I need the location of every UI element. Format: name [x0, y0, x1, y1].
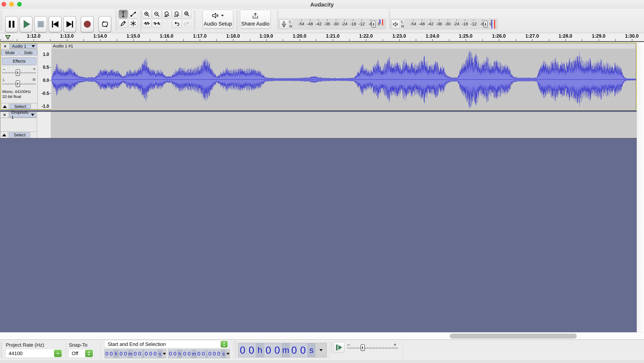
waveform-display[interactable] [51, 49, 636, 110]
time-unit[interactable]: s [157, 350, 163, 358]
setup-toolbar-grip[interactable] [194, 11, 196, 31]
time-digit[interactable]: 0 [138, 350, 142, 358]
audio-setup-button[interactable]: Audio Setup [202, 10, 233, 29]
silence-selection-button[interactable] [152, 19, 162, 28]
time-unit[interactable]: h [177, 350, 182, 358]
time-field[interactable]: 00h00m00.000s [168, 349, 230, 358]
trim-outside-selection-button[interactable] [142, 19, 152, 28]
time-digit[interactable]: 0 [264, 343, 273, 357]
time-digit[interactable]: 0 [238, 343, 247, 357]
time-unit[interactable]: h [256, 343, 264, 357]
pause-button[interactable] [5, 16, 18, 32]
select-chevrons-icon[interactable] [221, 341, 228, 348]
audio-track[interactable]: × Audio 1 Mute Solo Effects – + L R [0, 42, 637, 110]
recording-meter[interactable]: L R -54-48-42-36-30-24-18-12-60 [279, 19, 386, 29]
collapse-track-button[interactable] [0, 132, 8, 138]
gain-slider-handle[interactable] [16, 69, 20, 76]
label-track[interactable]: × Dropouts 1 Select [0, 112, 637, 138]
stop-button[interactable] [34, 16, 47, 32]
selection-start-field[interactable]: 00h00m00.000s [104, 349, 166, 358]
zoom-in-button[interactable] [142, 10, 152, 19]
time-digit[interactable]: 0 [119, 350, 123, 358]
time-digit[interactable]: 0 [153, 350, 157, 358]
time-unit[interactable]: m [128, 350, 133, 358]
selection-tool-button[interactable] [118, 10, 128, 19]
project-rate-combobox[interactable]: 44100 [6, 349, 63, 358]
time-field[interactable]: 00h00m00s [238, 343, 327, 358]
playback-meter[interactable]: L R -54-48-42-36-30-24-18-12-60 [391, 19, 498, 29]
track-control-panel[interactable]: × Audio 1 Mute Solo Effects – + L R [1, 43, 38, 109]
time-unit[interactable]: s [221, 350, 226, 358]
playback-meter-button[interactable] [392, 20, 400, 28]
redo-button[interactable] [182, 19, 192, 28]
select-track-button[interactable]: Select [9, 132, 30, 137]
record-meter-button[interactable] [280, 20, 288, 28]
time-unit[interactable]: s [308, 343, 316, 357]
share-toolbar-grip[interactable] [236, 11, 238, 31]
audio-position-field[interactable]: 00h00m00s [238, 343, 327, 358]
time-field-caret[interactable] [226, 350, 230, 358]
tools-toolbar-grip[interactable] [116, 11, 117, 31]
fit-project-button[interactable] [172, 10, 182, 19]
time-digit[interactable]: 0 [104, 350, 109, 358]
time-field[interactable]: 00h00m00.000s [104, 349, 166, 358]
tracks-area[interactable]: × Audio 1 Mute Solo Effects – + L R [0, 42, 644, 332]
time-digit[interactable]: 0 [273, 343, 282, 357]
vertical-scrollbar[interactable] [637, 42, 644, 332]
record-button[interactable] [81, 16, 94, 32]
edit-toolbar-grip[interactable] [140, 11, 142, 31]
time-digit[interactable]: 0 [109, 350, 114, 358]
time-digit[interactable]: 0 [247, 343, 256, 357]
snap-to-select[interactable]: Off [68, 349, 94, 358]
selection-mode-select[interactable]: Start and End of Selection [104, 340, 228, 348]
time-digit[interactable]: 0 [290, 343, 298, 357]
time-digit[interactable]: 0 [197, 350, 201, 358]
time-unit[interactable]: . [206, 350, 208, 358]
play-speed-slider[interactable] [347, 348, 398, 349]
time-digit[interactable]: 0 [144, 350, 148, 358]
time-digit[interactable]: 0 [216, 350, 221, 358]
record-meter-grip[interactable] [277, 10, 278, 29]
time-field-caret[interactable] [163, 350, 166, 358]
play-at-speed-grip[interactable] [331, 343, 332, 353]
select-chevrons-icon[interactable] [85, 350, 93, 357]
playback-meter-slider-handle[interactable] [484, 21, 488, 28]
track-name-menu[interactable]: Audio 1 [10, 44, 37, 49]
record-meter-slider-handle[interactable] [372, 21, 376, 28]
play-button[interactable] [20, 16, 32, 32]
selection-end-field[interactable]: 00h00m00.000s [168, 349, 230, 358]
track-name-menu[interactable]: Dropouts 1 [10, 112, 36, 117]
time-digit[interactable]: 0 [148, 350, 153, 358]
collapse-track-button[interactable] [1, 103, 9, 110]
timeline-options-button[interactable] [3, 34, 13, 41]
vertical-ruler[interactable]: 1.00.50.0-0.5-1.0 [38, 43, 51, 109]
select-track-button[interactable]: Select [10, 104, 31, 109]
time-toolbar-grip[interactable] [235, 342, 236, 359]
play-speed-slider-handle[interactable] [361, 344, 365, 351]
zoom-toggle-button[interactable] [182, 10, 192, 19]
multi-tool-button[interactable] [128, 19, 138, 28]
timeline-ruler[interactable]: 1:12.01:13.01:14.01:15.01:16.01:17.01:18… [0, 33, 644, 42]
effects-button[interactable]: Effects [2, 57, 36, 65]
time-digit[interactable]: 0 [123, 350, 128, 358]
time-digit[interactable]: 0 [173, 350, 177, 358]
label-track-content[interactable] [51, 112, 637, 138]
pan-slider-handle[interactable] [16, 80, 20, 87]
zoom-out-button[interactable] [152, 10, 162, 19]
time-digit[interactable]: 0 [212, 350, 216, 358]
horizontal-scrollbar[interactable] [0, 332, 644, 340]
solo-button[interactable]: Solo [20, 50, 37, 55]
transport-toolbar-grip[interactable] [0, 11, 2, 31]
time-digit[interactable]: 0 [133, 350, 138, 358]
combo-chevron-down-icon[interactable] [54, 350, 62, 357]
play-at-speed-button[interactable] [334, 342, 344, 353]
playback-meter-grip[interactable] [389, 10, 390, 29]
fit-selection-button[interactable] [162, 10, 172, 19]
time-unit[interactable]: m [282, 343, 290, 357]
undo-button[interactable] [172, 19, 182, 28]
time-digit[interactable]: 0 [168, 350, 173, 358]
close-track-button[interactable]: × [1, 43, 10, 49]
selection-toolbar-grip[interactable] [0, 342, 2, 359]
draw-tool-button[interactable] [118, 19, 128, 28]
time-unit[interactable]: . [142, 350, 144, 358]
